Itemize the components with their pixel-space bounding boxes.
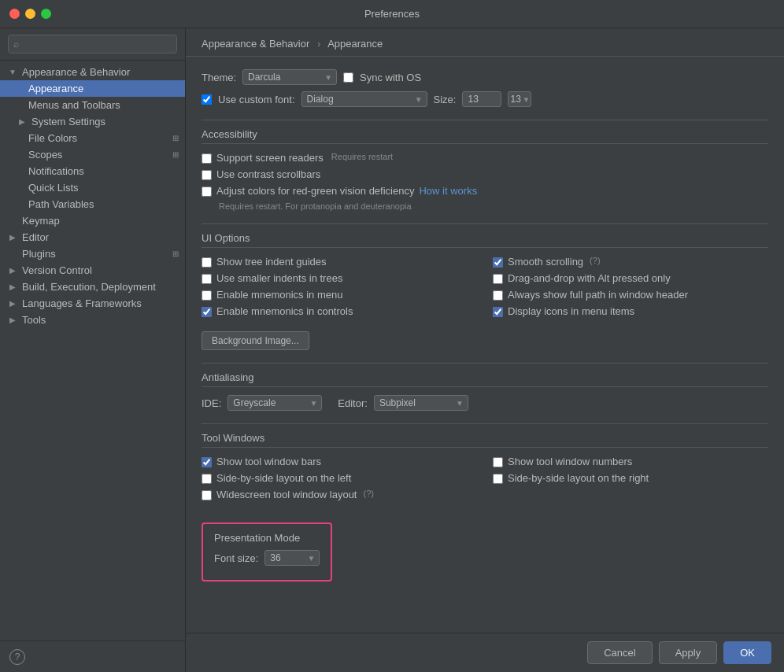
sync-with-os-checkbox[interactable] [343,72,353,83]
help-icon: ? [15,652,20,663]
widescreen-checkbox[interactable] [202,490,212,500]
sidebar-item-version-control[interactable]: ▶ Version Control [0,262,185,279]
drag-drop-row: Drag-and-drop with Alt pressed only [493,272,768,284]
screen-readers-note: Requires restart [331,152,393,161]
tool-windows-section: Tool Windows Show tool window bars Side-… [202,432,768,505]
sidebar-item-label: Appearance & Behavior [22,66,130,78]
sidebar-item-system-settings[interactable]: ▶ System Settings [0,113,185,130]
search-input[interactable] [8,35,177,54]
full-path-checkbox[interactable] [493,290,503,301]
font-select[interactable]: Dialog Arial Helvetica [301,91,427,107]
show-bars-row: Show tool window bars [202,456,477,467]
drag-drop-label: Drag-and-drop with Alt pressed only [508,272,671,284]
search-wrapper: ⌕ [8,35,177,54]
sidebar-item-path-variables[interactable]: Path Variables [0,196,185,212]
show-numbers-row: Show tool window numbers [493,456,768,467]
side-by-side-right-checkbox[interactable] [493,474,503,484]
antialiasing-ide-select[interactable]: Greyscale Subpixel None [227,395,322,411]
widescreen-help-icon[interactable]: (?) [363,489,373,498]
tree-indent-checkbox[interactable] [202,257,212,268]
font-size-input[interactable] [462,91,501,107]
expand-icon: ▶ [6,316,19,324]
maximize-button[interactable] [41,9,51,19]
contrast-scrollbars-row: Use contrast scrollbars [202,168,768,180]
display-icons-label: Display icons in menu items [508,305,634,317]
antialiasing-editor: Editor: Subpixel Greyscale None ▼ [338,395,468,411]
theme-select-wrapper: Darcula IntelliJ High contrast ▼ [242,69,337,85]
window-title: Preferences [364,8,420,20]
sidebar-item-scopes[interactable]: Scopes ⊞ [0,146,185,163]
sidebar-item-languages[interactable]: ▶ Languages & Frameworks [0,295,185,312]
mnemonics-menu-checkbox[interactable] [202,290,212,301]
sidebar-item-quick-lists[interactable]: Quick Lists [0,179,185,196]
search-box: ⌕ [0,28,185,61]
expand-icon: ▶ [6,299,19,308]
apply-button[interactable]: Apply [659,641,718,664]
sidebar-item-appearance-behavior[interactable]: ▼ Appearance & Behavior [0,64,185,80]
antialiasing-row: IDE: Greyscale Subpixel None ▼ [202,395,768,411]
traffic-lights [9,9,51,19]
presentation-font-select-wrapper: 24 28 32 36 40 48 ▼ [264,550,320,566]
contrast-scrollbars-checkbox[interactable] [202,170,212,180]
widescreen-label: Widescreen tool window layout [216,489,357,500]
theme-select[interactable]: Darcula IntelliJ High contrast [242,69,337,85]
screen-readers-checkbox[interactable] [202,153,212,164]
minimize-button[interactable] [25,9,35,19]
sidebar-item-label: Editor [22,231,49,243]
smooth-scroll-checkbox[interactable] [493,257,503,268]
help-button[interactable]: ? [9,649,25,665]
presentation-font-row: Font size: 24 28 32 36 40 48 [214,550,320,566]
sidebar-item-label: Quick Lists [28,182,79,194]
sidebar-item-menus-toolbars[interactable]: Menus and Toolbars [0,97,185,113]
font-size-select[interactable]: 13 [508,91,531,107]
sidebar-item-file-colors[interactable]: File Colors ⊞ [0,130,185,146]
antialiasing-ide-select-wrapper: Greyscale Subpixel None ▼ [227,395,322,411]
sidebar-item-label: Path Variables [28,198,94,210]
side-by-side-right-row: Side-by-side layout on the right [493,472,768,484]
side-by-side-right-label: Side-by-side layout on the right [508,472,649,484]
display-icons-checkbox[interactable] [493,307,503,317]
sidebar-item-appearance[interactable]: Appearance [0,80,185,97]
smooth-scroll-help-icon[interactable]: (?) [590,256,600,265]
how-it-works-link[interactable]: How it works [419,185,477,197]
tool-windows-left: Show tool window bars Side-by-side layou… [202,456,477,505]
smooth-scroll-row: Smooth scrolling (?) [493,256,768,268]
antialiasing-section: Antialiasing IDE: Greyscale Subpixel Non… [202,371,768,411]
red-green-checkbox[interactable] [202,186,212,197]
antialiasing-header: Antialiasing [202,371,768,387]
background-image-button[interactable]: Background Image... [202,331,309,350]
antialiasing-editor-select[interactable]: Subpixel Greyscale None [374,395,468,411]
sidebar-item-tools[interactable]: ▶ Tools [0,312,185,328]
mnemonics-controls-checkbox[interactable] [202,307,212,317]
divider-4 [202,423,768,424]
presentation-header: Presentation Mode [214,532,320,544]
antialiasing-editor-label: Editor: [338,397,368,409]
sidebar-item-notifications[interactable]: Notifications [0,163,185,179]
sidebar-item-keymap[interactable]: Keymap [0,212,185,229]
sidebar-item-editor[interactable]: ▶ Editor [0,229,185,246]
mnemonics-controls-row: Enable mnemonics in controls [202,305,477,317]
expand-icon: ▶ [6,233,19,242]
side-by-side-left-checkbox[interactable] [202,474,212,484]
ok-button[interactable]: OK [723,641,771,664]
smaller-indents-row: Use smaller indents in trees [202,272,477,284]
cancel-button[interactable]: Cancel [587,641,652,664]
presentation-font-select[interactable]: 24 28 32 36 40 48 [264,550,320,566]
sidebar-footer: ? [0,641,185,672]
presentation-font-label: Font size: [214,552,258,564]
drag-drop-checkbox[interactable] [493,274,503,284]
sidebar-item-label: Scopes [28,149,62,161]
custom-font-checkbox[interactable] [202,94,212,105]
ui-options-section: UI Options Show tree indent guides Use s… [202,232,768,350]
presentation-box: Presentation Mode Font size: 24 28 32 36… [202,522,332,582]
content-area: ⌕ ▼ Appearance & Behavior Appearance Men… [0,28,784,672]
smaller-indents-checkbox[interactable] [202,274,212,284]
tool-windows-header: Tool Windows [202,432,768,448]
sidebar-item-plugins[interactable]: Plugins ⊞ [0,246,185,262]
sidebar-item-build-exec[interactable]: ▶ Build, Execution, Deployment [0,279,185,295]
close-button[interactable] [9,9,20,19]
ui-options-right: Smooth scrolling (?) Drag-and-drop with … [493,256,768,322]
show-bars-checkbox[interactable] [202,457,212,467]
search-icon: ⌕ [13,39,19,50]
show-numbers-checkbox[interactable] [493,457,503,467]
